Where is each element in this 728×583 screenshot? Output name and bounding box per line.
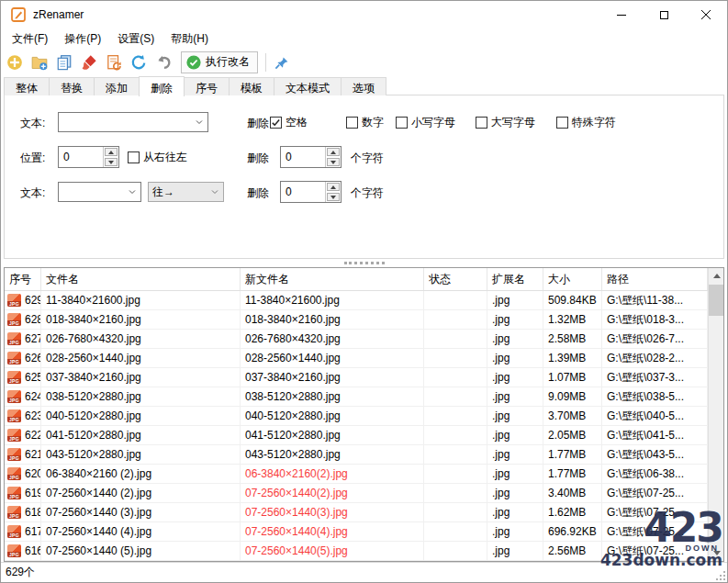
splitter-grip-icon	[344, 262, 385, 264]
tab-5[interactable]: 模板	[229, 77, 274, 95]
checkbox-box[interactable]	[270, 117, 282, 129]
clear-list-icon[interactable]	[80, 53, 98, 72]
table-row[interactable]: JPG624038-5120×2880.jpg038-5120×2880.jpg…	[5, 387, 723, 407]
checkbox-box[interactable]	[346, 117, 358, 129]
text-combobox-2[interactable]	[58, 182, 141, 202]
table-row[interactable]: JPG62006-3840×2160 (2).jpg06-3840×2160(2…	[5, 465, 723, 484]
delete-option-checkbox-3[interactable]: 大写字母	[476, 115, 535, 130]
table-row[interactable]: JPG622041-5120×2880.jpg041-5120×2880.jpg…	[5, 426, 723, 445]
right-to-left-checkbox[interactable]: 从右往左	[128, 150, 187, 165]
column-header-1[interactable]: 文件名	[41, 268, 241, 290]
row-number: 622	[25, 429, 41, 442]
maximize-button[interactable]	[643, 1, 685, 28]
column-header-2[interactable]: 新文件名	[241, 268, 424, 290]
chevron-down-icon[interactable]	[124, 188, 140, 196]
tab-0[interactable]: 整体	[4, 77, 50, 95]
splitter-handle[interactable]	[1, 259, 727, 267]
table-row[interactable]: JPG61707-2560×1440 (4).jpg07-2560×1440(4…	[5, 522, 723, 542]
spin-down-button[interactable]	[327, 158, 340, 166]
cell-status	[424, 310, 487, 329]
cell-no: JPG620	[5, 465, 41, 483]
cell-ext: .jpg	[487, 330, 543, 348]
column-header-0[interactable]: 序号	[5, 268, 41, 290]
checkbox-box[interactable]	[556, 117, 568, 129]
table-row[interactable]: JPG61607-2560×1440 (5).jpg07-2560×1440(5…	[5, 542, 723, 561]
add-files-icon[interactable]	[6, 53, 24, 72]
resize-grip[interactable]	[716, 571, 725, 580]
execute-rename-button[interactable]: 执行改名	[181, 51, 258, 73]
table-row[interactable]: JPG627026-7680×4320.jpg026-7680×4320.jpg…	[5, 330, 723, 349]
delete-option-checkbox-0[interactable]: 空格	[270, 115, 308, 130]
checkbox-box[interactable]	[476, 117, 487, 129]
scrollbar-thumb[interactable]	[709, 285, 724, 316]
minimize-button[interactable]	[600, 1, 643, 28]
cell-new-filename: 041-5120×2880.jpg	[241, 426, 424, 444]
tab-1[interactable]: 替换	[49, 77, 95, 95]
spin-up-button[interactable]	[327, 183, 340, 191]
table-row[interactable]: JPG61807-2560×1440 (3).jpg07-2560×1440(3…	[5, 503, 723, 522]
cell-new-filename: 06-3840×2160(2).jpg	[241, 465, 424, 483]
spin-up-button[interactable]	[105, 148, 118, 156]
cell-status	[424, 484, 487, 502]
delete-count-spinner-1[interactable]: 0	[280, 146, 342, 168]
jpg-file-icon: JPG	[7, 525, 21, 538]
row-number: 618	[25, 506, 41, 519]
cell-filename: 11-3840×21600.jpg	[41, 291, 241, 309]
spin-down-button[interactable]	[105, 158, 118, 166]
tab-6[interactable]: 文本模式	[274, 77, 342, 95]
menu-item-0[interactable]: 文件(F)	[4, 28, 56, 50]
table-row[interactable]: JPG62911-3840×21600.jpg11-3840×21600.jpg…	[5, 291, 723, 310]
delete-count-spinner-2[interactable]: 0	[280, 181, 342, 203]
cell-no: JPG627	[5, 330, 41, 348]
table-row[interactable]: JPG621043-5120×2880.jpg043-5120×2880.jpg…	[5, 445, 723, 465]
undo-icon[interactable]	[154, 53, 173, 72]
column-header-6[interactable]: 路径	[602, 268, 708, 290]
refresh-names-icon[interactable]	[105, 53, 123, 72]
cell-path: G:\壁纸\038-5...	[602, 387, 708, 406]
spin-up-button[interactable]	[327, 148, 340, 156]
tab-4[interactable]: 序号	[184, 77, 230, 95]
table-row[interactable]: JPG625037-3840×2160.jpg037-3840×2160.jpg…	[5, 368, 723, 387]
column-header-5[interactable]: 大小	[543, 268, 602, 290]
row-number: 629	[25, 294, 41, 307]
direction-combobox[interactable]: 往→	[148, 182, 224, 202]
tab-2[interactable]: 添加	[94, 77, 140, 95]
add-folder-icon[interactable]	[30, 53, 49, 72]
cell-no: JPG626	[5, 349, 41, 367]
jpg-icon-label: JPG	[7, 513, 21, 519]
spin-down-button[interactable]	[327, 193, 340, 201]
delete-option-checkbox-2[interactable]: 小写字母	[396, 115, 455, 130]
cell-new-filename: 07-2560×1440(3).jpg	[241, 503, 424, 521]
chevron-down-icon[interactable]	[191, 118, 207, 126]
table-row[interactable]: JPG61907-2560×1440 (2).jpg07-2560×1440(2…	[5, 484, 723, 503]
delete-option-checkbox-4[interactable]: 特殊字符	[556, 115, 616, 130]
tab-3[interactable]: 删除	[139, 76, 185, 96]
delete-option-checkbox-1[interactable]: 数字	[346, 115, 384, 130]
copy-names-icon[interactable]	[55, 53, 73, 72]
checkbox-box[interactable]	[396, 117, 408, 129]
text-combobox-1[interactable]	[58, 112, 208, 132]
menu-item-3[interactable]: 帮助(H)	[162, 28, 217, 50]
scroll-down-button[interactable]	[709, 545, 724, 561]
cell-size: 1.39MB	[543, 349, 602, 367]
cell-ext: .jpg	[487, 407, 543, 425]
table-row[interactable]: JPG626028-2560×1440.jpg028-2560×1440.jpg…	[5, 349, 723, 368]
tab-7[interactable]: 选项	[341, 77, 386, 95]
scroll-up-button[interactable]	[709, 268, 724, 284]
checkbox-box[interactable]	[128, 151, 140, 163]
unit-label-1: 个字符	[351, 151, 384, 166]
table-row[interactable]: JPG628018-3840×2160.jpg018-3840×2160.jpg…	[5, 310, 723, 330]
vertical-scrollbar[interactable]	[708, 268, 723, 561]
column-header-4[interactable]: 扩展名	[487, 268, 543, 290]
cell-path: G:\壁纸\018-3...	[602, 310, 708, 329]
position-spinner[interactable]: 0	[58, 146, 119, 168]
close-button[interactable]	[685, 1, 727, 28]
table-row[interactable]: JPG623040-5120×2880.jpg040-5120×2880.jpg…	[5, 407, 723, 426]
menu-item-2[interactable]: 设置(S)	[109, 28, 162, 50]
status-bar: 629个	[1, 562, 727, 582]
menu-item-1[interactable]: 操作(P)	[56, 28, 109, 50]
refresh-icon[interactable]	[129, 53, 148, 72]
pin-icon[interactable]	[274, 53, 292, 72]
chevron-down-icon[interactable]	[207, 188, 223, 196]
column-header-3[interactable]: 状态	[424, 268, 487, 290]
